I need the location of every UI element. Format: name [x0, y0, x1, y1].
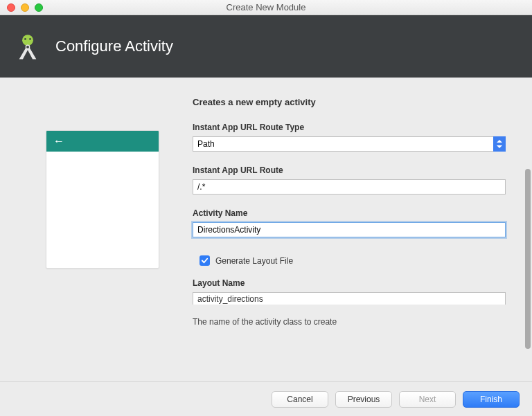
zoom-icon[interactable]	[35, 3, 43, 12]
svg-point-2	[29, 38, 31, 40]
form-hint: The name of the activity class to create	[193, 317, 506, 327]
route-type-field: Instant App URL Route Type	[193, 123, 506, 152]
banner-title: Configure Activity	[55, 37, 173, 55]
previous-button[interactable]: Previous	[335, 391, 392, 408]
generate-layout-label: Generate Layout File	[215, 256, 293, 266]
layout-name-field: Layout Name activity_directions	[193, 278, 506, 305]
layout-name-input[interactable]: activity_directions	[193, 292, 506, 305]
svg-point-1	[24, 38, 26, 40]
banner: Configure Activity	[0, 15, 532, 78]
route-label: Instant App URL Route	[193, 165, 506, 175]
scrollbar-track[interactable]	[525, 169, 531, 381]
activity-name-field: Activity Name	[193, 208, 506, 237]
preview-appbar: ←	[46, 131, 159, 152]
generate-layout-row[interactable]: Generate Layout File	[200, 255, 506, 266]
generate-layout-checkbox[interactable]	[200, 255, 210, 266]
titlebar: Create New Module	[0, 0, 532, 15]
minimize-icon[interactable]	[21, 3, 29, 12]
dialog-window: Create New Module Configure Activity ← C…	[0, 0, 532, 416]
activity-preview: ←	[46, 130, 159, 269]
chevron-updown-icon[interactable]	[493, 136, 506, 152]
next-button: Next	[399, 391, 456, 408]
form-heading: Creates a new empty activity	[193, 97, 506, 107]
route-type-label: Instant App URL Route Type	[193, 123, 506, 132]
cancel-button[interactable]: Cancel	[272, 391, 328, 408]
svg-point-3	[26, 45, 29, 48]
route-input[interactable]	[193, 179, 506, 195]
route-field: Instant App URL Route	[193, 165, 506, 195]
activity-name-input[interactable]	[193, 222, 506, 237]
window-title: Create New Module	[0, 2, 532, 12]
close-icon[interactable]	[7, 3, 15, 12]
content-area: ← Creates a new empty activity Instant A…	[0, 78, 532, 381]
android-studio-icon	[12, 31, 43, 62]
scrollbar-thumb[interactable]	[525, 169, 531, 349]
layout-name-label: Layout Name	[193, 278, 506, 288]
form-column: Creates a new empty activity Instant App…	[193, 91, 520, 381]
finish-button[interactable]: Finish	[463, 391, 520, 408]
window-controls	[7, 3, 43, 12]
svg-point-0	[22, 35, 33, 46]
route-type-select[interactable]	[193, 136, 506, 152]
route-type-value[interactable]	[193, 136, 506, 152]
back-arrow-icon: ←	[53, 136, 64, 147]
button-bar: Cancel Previous Next Finish	[0, 381, 532, 416]
preview-column: ←	[12, 91, 193, 381]
activity-name-label: Activity Name	[193, 208, 506, 218]
